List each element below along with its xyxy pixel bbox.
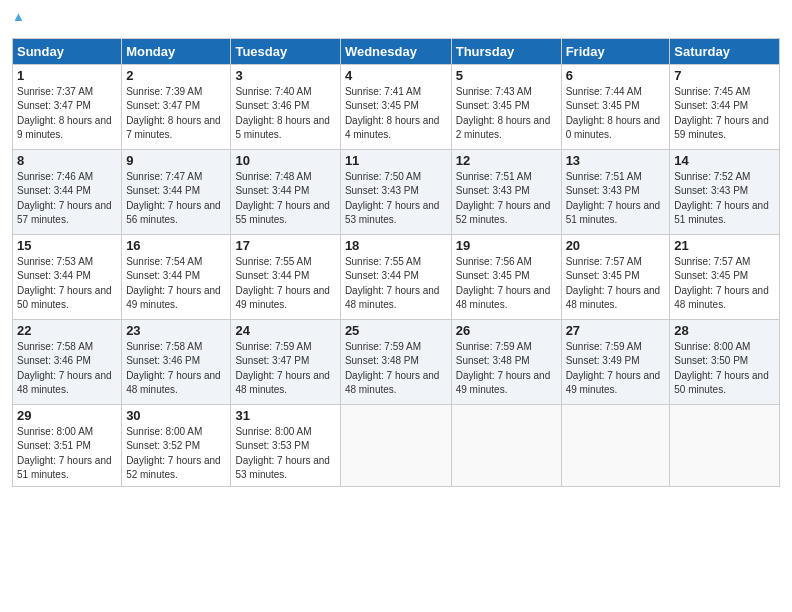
- daylight-label: Daylight: 7 hours and 48 minutes.: [17, 370, 112, 396]
- daylight-label: Daylight: 7 hours and 48 minutes.: [345, 285, 440, 311]
- day-cell: 16 Sunrise: 7:54 AM Sunset: 3:44 PM Dayl…: [122, 234, 231, 319]
- weekday-header: Wednesday: [340, 38, 451, 64]
- weekday-header: Sunday: [13, 38, 122, 64]
- day-cell: 26 Sunrise: 7:59 AM Sunset: 3:48 PM Dayl…: [451, 319, 561, 404]
- daylight-label: Daylight: 8 hours and 9 minutes.: [17, 115, 112, 141]
- day-number: 19: [456, 238, 557, 253]
- sunrise-label: Sunrise: 8:00 AM: [235, 426, 311, 437]
- sunrise-label: Sunrise: 7:40 AM: [235, 86, 311, 97]
- sunrise-label: Sunrise: 7:37 AM: [17, 86, 93, 97]
- sunset-label: Sunset: 3:44 PM: [17, 185, 91, 196]
- day-info: Sunrise: 7:59 AM Sunset: 3:49 PM Dayligh…: [566, 340, 666, 398]
- sunrise-label: Sunrise: 7:41 AM: [345, 86, 421, 97]
- day-info: Sunrise: 7:59 AM Sunset: 3:48 PM Dayligh…: [456, 340, 557, 398]
- day-info: Sunrise: 8:00 AM Sunset: 3:50 PM Dayligh…: [674, 340, 775, 398]
- sunrise-label: Sunrise: 7:59 AM: [345, 341, 421, 352]
- sunrise-label: Sunrise: 7:55 AM: [345, 256, 421, 267]
- day-cell: 11 Sunrise: 7:50 AM Sunset: 3:43 PM Dayl…: [340, 149, 451, 234]
- sunset-label: Sunset: 3:44 PM: [674, 100, 748, 111]
- day-info: Sunrise: 7:51 AM Sunset: 3:43 PM Dayligh…: [566, 170, 666, 228]
- sunrise-label: Sunrise: 7:46 AM: [17, 171, 93, 182]
- calendar-week-row: 8 Sunrise: 7:46 AM Sunset: 3:44 PM Dayli…: [13, 149, 780, 234]
- weekday-header: Monday: [122, 38, 231, 64]
- logo-icon-shape: ▲: [12, 9, 25, 24]
- calendar-week-row: 15 Sunrise: 7:53 AM Sunset: 3:44 PM Dayl…: [13, 234, 780, 319]
- day-cell: 23 Sunrise: 7:58 AM Sunset: 3:46 PM Dayl…: [122, 319, 231, 404]
- sunset-label: Sunset: 3:49 PM: [566, 355, 640, 366]
- logo: ▲: [12, 10, 25, 30]
- sunset-label: Sunset: 3:45 PM: [345, 100, 419, 111]
- sunset-label: Sunset: 3:44 PM: [126, 185, 200, 196]
- day-cell: 21 Sunrise: 7:57 AM Sunset: 3:45 PM Dayl…: [670, 234, 780, 319]
- day-info: Sunrise: 7:58 AM Sunset: 3:46 PM Dayligh…: [17, 340, 117, 398]
- sunset-label: Sunset: 3:50 PM: [674, 355, 748, 366]
- day-number: 5: [456, 68, 557, 83]
- sunrise-label: Sunrise: 7:54 AM: [126, 256, 202, 267]
- sunrise-label: Sunrise: 7:55 AM: [235, 256, 311, 267]
- empty-day-cell: [451, 404, 561, 486]
- day-info: Sunrise: 7:52 AM Sunset: 3:43 PM Dayligh…: [674, 170, 775, 228]
- daylight-label: Daylight: 7 hours and 52 minutes.: [126, 455, 221, 481]
- sunset-label: Sunset: 3:48 PM: [456, 355, 530, 366]
- daylight-label: Daylight: 7 hours and 48 minutes.: [566, 285, 661, 311]
- day-info: Sunrise: 7:57 AM Sunset: 3:45 PM Dayligh…: [566, 255, 666, 313]
- sunset-label: Sunset: 3:44 PM: [126, 270, 200, 281]
- day-info: Sunrise: 7:58 AM Sunset: 3:46 PM Dayligh…: [126, 340, 226, 398]
- day-number: 27: [566, 323, 666, 338]
- daylight-label: Daylight: 7 hours and 50 minutes.: [17, 285, 112, 311]
- day-number: 7: [674, 68, 775, 83]
- sunset-label: Sunset: 3:43 PM: [674, 185, 748, 196]
- day-info: Sunrise: 7:41 AM Sunset: 3:45 PM Dayligh…: [345, 85, 447, 143]
- day-cell: 15 Sunrise: 7:53 AM Sunset: 3:44 PM Dayl…: [13, 234, 122, 319]
- day-number: 24: [235, 323, 335, 338]
- sunrise-label: Sunrise: 8:00 AM: [17, 426, 93, 437]
- day-number: 6: [566, 68, 666, 83]
- daylight-label: Daylight: 7 hours and 57 minutes.: [17, 200, 112, 226]
- sunrise-label: Sunrise: 7:47 AM: [126, 171, 202, 182]
- sunset-label: Sunset: 3:44 PM: [235, 185, 309, 196]
- daylight-label: Daylight: 7 hours and 53 minutes.: [345, 200, 440, 226]
- daylight-label: Daylight: 7 hours and 59 minutes.: [674, 115, 769, 141]
- day-info: Sunrise: 8:00 AM Sunset: 3:51 PM Dayligh…: [17, 425, 117, 483]
- sunrise-label: Sunrise: 8:00 AM: [126, 426, 202, 437]
- calendar-body: 1 Sunrise: 7:37 AM Sunset: 3:47 PM Dayli…: [13, 64, 780, 486]
- day-number: 12: [456, 153, 557, 168]
- sunset-label: Sunset: 3:47 PM: [17, 100, 91, 111]
- day-cell: 25 Sunrise: 7:59 AM Sunset: 3:48 PM Dayl…: [340, 319, 451, 404]
- day-number: 29: [17, 408, 117, 423]
- day-number: 15: [17, 238, 117, 253]
- sunrise-label: Sunrise: 7:59 AM: [566, 341, 642, 352]
- day-cell: 31 Sunrise: 8:00 AM Sunset: 3:53 PM Dayl…: [231, 404, 340, 486]
- day-cell: 18 Sunrise: 7:55 AM Sunset: 3:44 PM Dayl…: [340, 234, 451, 319]
- daylight-label: Daylight: 8 hours and 4 minutes.: [345, 115, 440, 141]
- sunset-label: Sunset: 3:51 PM: [17, 440, 91, 451]
- day-cell: 8 Sunrise: 7:46 AM Sunset: 3:44 PM Dayli…: [13, 149, 122, 234]
- empty-day-cell: [670, 404, 780, 486]
- day-info: Sunrise: 8:00 AM Sunset: 3:52 PM Dayligh…: [126, 425, 226, 483]
- sunrise-label: Sunrise: 7:57 AM: [566, 256, 642, 267]
- sunrise-label: Sunrise: 7:59 AM: [456, 341, 532, 352]
- day-cell: 1 Sunrise: 7:37 AM Sunset: 3:47 PM Dayli…: [13, 64, 122, 149]
- sunrise-label: Sunrise: 7:51 AM: [566, 171, 642, 182]
- sunset-label: Sunset: 3:46 PM: [126, 355, 200, 366]
- day-number: 2: [126, 68, 226, 83]
- sunrise-label: Sunrise: 7:58 AM: [126, 341, 202, 352]
- day-number: 9: [126, 153, 226, 168]
- sunrise-label: Sunrise: 7:43 AM: [456, 86, 532, 97]
- daylight-label: Daylight: 7 hours and 53 minutes.: [235, 455, 330, 481]
- day-number: 30: [126, 408, 226, 423]
- daylight-label: Daylight: 7 hours and 48 minutes.: [345, 370, 440, 396]
- day-info: Sunrise: 7:44 AM Sunset: 3:45 PM Dayligh…: [566, 85, 666, 143]
- calendar-week-row: 29 Sunrise: 8:00 AM Sunset: 3:51 PM Dayl…: [13, 404, 780, 486]
- day-number: 25: [345, 323, 447, 338]
- daylight-label: Daylight: 7 hours and 48 minutes.: [674, 285, 769, 311]
- daylight-label: Daylight: 7 hours and 49 minutes.: [566, 370, 661, 396]
- day-info: Sunrise: 7:59 AM Sunset: 3:48 PM Dayligh…: [345, 340, 447, 398]
- day-cell: 28 Sunrise: 8:00 AM Sunset: 3:50 PM Dayl…: [670, 319, 780, 404]
- sunset-label: Sunset: 3:45 PM: [456, 270, 530, 281]
- sunset-label: Sunset: 3:45 PM: [566, 100, 640, 111]
- day-cell: 2 Sunrise: 7:39 AM Sunset: 3:47 PM Dayli…: [122, 64, 231, 149]
- day-info: Sunrise: 7:53 AM Sunset: 3:44 PM Dayligh…: [17, 255, 117, 313]
- day-cell: 17 Sunrise: 7:55 AM Sunset: 3:44 PM Dayl…: [231, 234, 340, 319]
- day-number: 10: [235, 153, 335, 168]
